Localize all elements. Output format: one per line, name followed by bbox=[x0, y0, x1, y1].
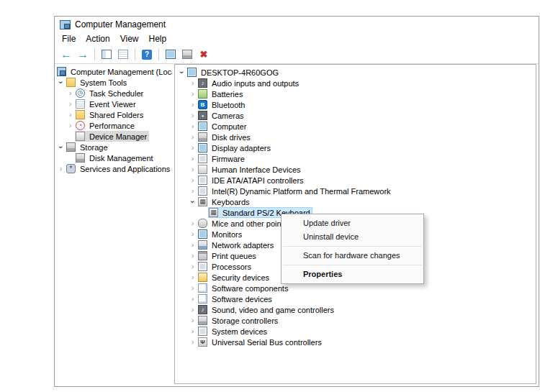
device-tree-item-bluetooth[interactable]: ›BBluetooth bbox=[175, 99, 536, 110]
console-tree-item-services-and-applications[interactable]: ›*Services and Applications bbox=[55, 163, 172, 174]
tree-item-content[interactable]: Storage bbox=[66, 142, 110, 152]
chevron-collapsed-icon[interactable]: › bbox=[188, 218, 197, 229]
device-tree-item-cameras[interactable]: ›●Cameras bbox=[175, 110, 536, 121]
console-tree-item-system-tools[interactable]: ›System Tools bbox=[55, 77, 172, 88]
tree-item-content[interactable]: ●Cameras bbox=[197, 110, 246, 121]
device-tree-item-disk-drives[interactable]: ›Disk drives bbox=[175, 132, 536, 142]
console-tree-item-performance[interactable]: ›◔Performance bbox=[55, 120, 172, 131]
chevron-collapsed-icon[interactable]: › bbox=[188, 315, 197, 326]
chevron-collapsed-icon[interactable]: › bbox=[66, 99, 75, 109]
context-menu-item-uninstall-device[interactable]: Uninstall device bbox=[282, 230, 423, 244]
uninstall-device-button[interactable]: ✖ bbox=[196, 47, 212, 63]
menu-action[interactable]: Action bbox=[81, 33, 114, 45]
chevron-collapsed-icon[interactable]: › bbox=[188, 110, 197, 121]
tree-item-content[interactable]: *Services and Applications bbox=[66, 163, 172, 174]
chevron-collapsed-icon[interactable]: › bbox=[188, 261, 197, 272]
tree-item-content[interactable]: Shared Folders bbox=[75, 109, 145, 120]
chevron-collapsed-icon[interactable]: › bbox=[188, 272, 197, 283]
chevron-collapsed-icon[interactable]: › bbox=[188, 283, 197, 293]
chevron-collapsed-icon[interactable]: › bbox=[188, 164, 197, 175]
device-tree-item-batteries[interactable]: ›Batteries bbox=[175, 88, 536, 99]
context-menu-item-properties[interactable]: Properties bbox=[282, 268, 423, 281]
chevron-collapsed-icon[interactable]: › bbox=[188, 99, 197, 110]
device-tree-item-audio-inputs-and-outputs[interactable]: ›♪Audio inputs and outputs bbox=[175, 78, 536, 88]
tree-item-content[interactable]: Processors bbox=[197, 261, 253, 272]
chevron-collapsed-icon[interactable]: › bbox=[56, 163, 66, 174]
tree-item-content[interactable]: Disk Management bbox=[75, 152, 156, 163]
tree-item-content[interactable]: Disk drives bbox=[197, 132, 253, 142]
chevron-collapsed-icon[interactable]: › bbox=[188, 175, 197, 186]
device-tree-item-sound-video-and-game-controllers[interactable]: ›♪Sound, video and game controllers bbox=[175, 304, 536, 315]
chevron-expanded-icon[interactable]: › bbox=[176, 68, 187, 77]
menu-view[interactable]: View bbox=[115, 33, 144, 45]
tree-item-content[interactable]: Computer bbox=[197, 121, 248, 132]
tree-item-content[interactable]: Display adapters bbox=[197, 142, 273, 153]
tree-item-content[interactable]: ◷Task Scheduler bbox=[75, 88, 145, 99]
console-tree-item-task-scheduler[interactable]: ›◷Task Scheduler bbox=[55, 88, 172, 99]
tree-item-content[interactable]: System Tools bbox=[66, 77, 129, 88]
menu-file[interactable]: File bbox=[57, 33, 81, 45]
device-tree-item-software-devices[interactable]: ›Software devices bbox=[175, 293, 536, 304]
menu-help[interactable]: Help bbox=[144, 33, 172, 45]
tree-item-content[interactable]: Event Viewer bbox=[75, 99, 138, 109]
titlebar[interactable]: Computer Management bbox=[55, 17, 539, 32]
console-tree-item-computer-management-local[interactable]: Computer Management (Local) bbox=[55, 66, 172, 77]
tree-item-content[interactable]: Batteries bbox=[197, 88, 245, 99]
chevron-expanded-icon[interactable]: › bbox=[55, 142, 66, 152]
forward-button[interactable]: → bbox=[75, 47, 91, 63]
console-tree-item-device-manager[interactable]: Device Manager bbox=[55, 131, 172, 142]
tree-item-content[interactable]: Print queues bbox=[197, 250, 258, 261]
tree-item-content[interactable]: Software components bbox=[197, 283, 290, 293]
tree-item-content[interactable]: Human Interface Devices bbox=[197, 164, 303, 175]
help-button[interactable]: ? bbox=[139, 47, 155, 63]
device-tree-item-display-adapters[interactable]: ›Display adapters bbox=[175, 142, 536, 153]
chevron-collapsed-icon[interactable]: › bbox=[188, 304, 197, 315]
context-menu-item-scan-for-hardware-changes[interactable]: Scan for hardware changes bbox=[282, 249, 423, 263]
tree-item-content[interactable]: Software devices bbox=[197, 293, 274, 304]
chevron-collapsed-icon[interactable]: › bbox=[66, 120, 75, 131]
update-driver-button[interactable] bbox=[179, 47, 195, 63]
console-tree-item-storage[interactable]: ›Storage bbox=[55, 142, 172, 152]
back-button[interactable]: ← bbox=[58, 47, 74, 63]
chevron-collapsed-icon[interactable]: › bbox=[188, 229, 197, 240]
chevron-collapsed-icon[interactable]: › bbox=[188, 186, 197, 196]
device-tree-item-universal-serial-bus-controllers[interactable]: ›ΨUniversal Serial Bus controllers bbox=[175, 337, 536, 347]
tree-item-content[interactable]: Device Manager bbox=[75, 131, 149, 142]
context-menu-item-update-driver[interactable]: Update driver bbox=[282, 216, 423, 230]
device-tree-item-intel-r-dynamic-platform-and-thermal-framework[interactable]: ›Intel(R) Dynamic Platform and Thermal F… bbox=[175, 186, 536, 196]
device-tree-item-storage-controllers[interactable]: ›Storage controllers bbox=[175, 315, 536, 326]
chevron-collapsed-icon[interactable]: › bbox=[188, 293, 197, 304]
tree-item-content[interactable]: IDE ATA/ATAPI controllers bbox=[197, 175, 306, 186]
device-tree-item-firmware[interactable]: ›Firmware bbox=[175, 153, 536, 164]
chevron-collapsed-icon[interactable]: › bbox=[188, 142, 197, 153]
device-tree-item-system-devices[interactable]: ›System devices bbox=[175, 326, 536, 337]
properties-button[interactable] bbox=[115, 47, 131, 63]
chevron-collapsed-icon[interactable]: › bbox=[188, 250, 197, 261]
chevron-collapsed-icon[interactable]: › bbox=[188, 121, 197, 132]
tree-item-content[interactable]: ♪Sound, video and game controllers bbox=[197, 304, 336, 315]
tree-item-content[interactable]: Network adapters bbox=[197, 240, 276, 250]
tree-item-content[interactable]: Monitors bbox=[197, 229, 244, 240]
chevron-collapsed-icon[interactable]: › bbox=[66, 88, 75, 99]
chevron-collapsed-icon[interactable]: › bbox=[188, 337, 197, 347]
chevron-collapsed-icon[interactable]: › bbox=[188, 153, 197, 164]
console-tree-item-disk-management[interactable]: Disk Management bbox=[55, 152, 172, 163]
tree-item-content[interactable]: BBluetooth bbox=[197, 99, 247, 110]
show-console-tree-button[interactable] bbox=[99, 47, 114, 63]
chevron-collapsed-icon[interactable]: › bbox=[188, 78, 197, 88]
device-tree-item-ide-ata-atapi-controllers[interactable]: ›IDE ATA/ATAPI controllers bbox=[175, 175, 536, 186]
scan-hardware-button[interactable] bbox=[163, 47, 179, 63]
chevron-expanded-icon[interactable]: › bbox=[55, 78, 66, 87]
chevron-collapsed-icon[interactable]: › bbox=[188, 88, 197, 99]
tree-item-content[interactable]: System devices bbox=[197, 326, 269, 337]
device-tree-item-software-components[interactable]: ›Software components bbox=[175, 283, 536, 293]
chevron-collapsed-icon[interactable]: › bbox=[188, 240, 197, 250]
tree-item-content[interactable]: Firmware bbox=[197, 153, 247, 164]
chevron-expanded-icon[interactable]: › bbox=[187, 197, 198, 206]
tree-item-content[interactable]: DESKTOP-4R60GOG bbox=[186, 67, 281, 78]
tree-item-content[interactable]: Security devices bbox=[197, 272, 271, 283]
console-tree-item-event-viewer[interactable]: ›Event Viewer bbox=[55, 99, 172, 109]
device-tree-item-human-interface-devices[interactable]: ›Human Interface Devices bbox=[175, 164, 536, 175]
chevron-collapsed-icon[interactable]: › bbox=[66, 109, 75, 120]
tree-item-content[interactable]: ΨUniversal Serial Bus controllers bbox=[197, 337, 324, 347]
